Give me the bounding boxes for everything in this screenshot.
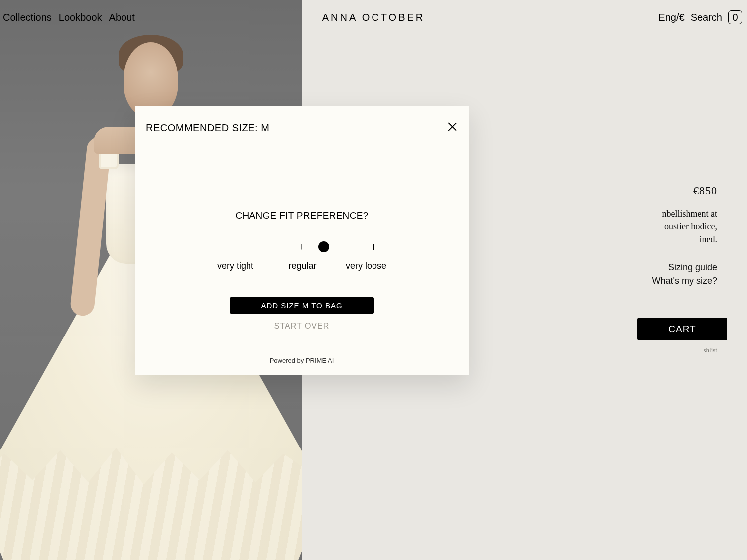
fit-question: CHANGE FIT PREFERENCE? [135,210,469,221]
nav-left: Collections Lookbook About [0,12,135,23]
product-info: €850 nbellishment at oustier bodice, ine… [637,184,717,354]
desc-l2: oustier bodice, [637,220,717,233]
close-icon[interactable] [447,121,458,132]
locale-currency-link[interactable]: Eng/€ [658,12,684,23]
wishlist-link[interactable]: shlist [637,346,717,354]
powered-by-label: Powered by PRIME AI [135,357,469,364]
fit-preference-section: CHANGE FIT PREFERENCE? very tight regula… [135,210,469,331]
nav-about[interactable]: About [109,12,135,23]
site-header: Collections Lookbook About ANNA OCTOBER … [0,0,747,35]
fit-slider[interactable] [230,241,374,253]
nav-collections[interactable]: Collections [3,12,52,23]
product-links: Sizing guide What's my size? [637,261,717,288]
add-to-cart-button[interactable]: CART [637,318,727,340]
label-very-loose: very loose [346,261,386,271]
nav-right: Eng/€ Search 0 [658,10,747,24]
desc-l3: ined. [637,233,717,246]
label-very-tight: very tight [217,261,253,271]
cart-button[interactable]: 0 [728,10,742,24]
brand-logo[interactable]: ANNA OCTOBER [322,12,425,23]
slider-tick-mid [302,244,302,250]
whats-my-size-link[interactable]: What's my size? [637,274,717,288]
sizing-guide-link[interactable]: Sizing guide [637,261,717,274]
search-link[interactable]: Search [691,12,722,23]
product-price: €850 [637,184,717,197]
nav-lookbook[interactable]: Lookbook [59,12,102,23]
modal-title: RECOMMENDED SIZE: M [146,122,458,134]
product-description: nbellishment at oustier bodice, ined. [637,207,717,246]
label-regular: regular [288,261,316,271]
dress-ruffle [0,448,302,560]
slider-labels: very tight regular very loose [217,261,386,271]
start-over-button[interactable]: START OVER [135,322,469,331]
add-size-to-bag-button[interactable]: ADD SIZE M TO BAG [230,297,374,314]
page: €850 nbellishment at oustier bodice, ine… [0,0,747,560]
desc-l1: nbellishment at [637,207,717,220]
size-recommendation-modal: RECOMMENDED SIZE: M CHANGE FIT PREFERENC… [135,106,469,375]
slider-handle[interactable] [318,241,329,252]
